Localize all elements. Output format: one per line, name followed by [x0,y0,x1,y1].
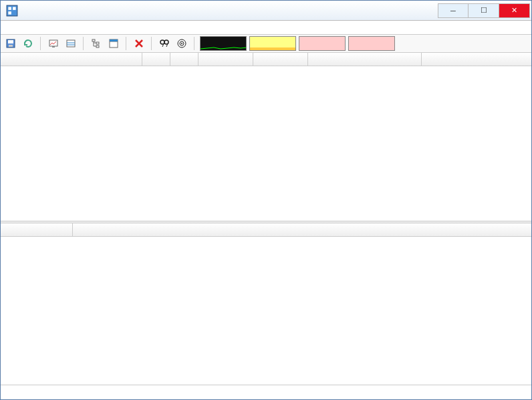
handle-list[interactable] [1,237,531,385]
maximize-button[interactable]: ☐ [469,3,499,18]
menubar [1,21,531,34]
target-icon[interactable] [174,36,189,51]
menu-view[interactable] [29,26,39,29]
svg-rect-7 [49,40,57,46]
close-button[interactable]: ✕ [499,3,530,18]
col-cpu[interactable] [170,53,198,66]
col-pid[interactable] [142,53,170,66]
svg-rect-17 [110,39,118,41]
col-name[interactable] [73,223,518,236]
statusbar [1,385,531,399]
menu-file[interactable] [5,26,15,29]
svg-rect-3 [8,11,11,15]
menu-find[interactable] [53,26,63,29]
cpu-chart[interactable] [200,36,247,51]
col-process[interactable] [1,53,142,66]
minimize-button[interactable]: ─ [438,3,469,18]
svg-point-22 [181,43,182,44]
svg-rect-9 [67,40,75,47]
toolbar [1,34,531,53]
kill-icon[interactable] [132,36,146,51]
col-type[interactable] [1,223,73,236]
menu-options[interactable] [17,26,27,29]
titlebar: ─ ☐ ✕ [1,1,531,21]
svg-rect-5 [8,40,13,43]
svg-rect-12 [92,39,95,41]
menu-users[interactable] [77,26,88,29]
system-info-icon[interactable] [46,36,61,51]
svg-rect-1 [8,7,11,10]
refresh-icon[interactable] [21,36,35,51]
col-priv[interactable] [198,53,253,66]
menu-handle[interactable] [65,26,76,29]
tree-icon[interactable] [89,36,104,51]
bottom-header [1,223,531,237]
menu-process[interactable] [41,26,51,29]
handles-icon[interactable] [63,36,78,51]
col-comp[interactable] [422,53,518,66]
top-header [1,53,531,66]
col-desc[interactable] [308,53,422,66]
io-chart[interactable] [299,36,346,51]
properties-icon[interactable] [106,36,121,51]
app-icon [6,5,18,17]
commit-chart[interactable] [249,36,296,51]
find-icon[interactable] [157,36,172,51]
col-ws[interactable] [253,53,308,66]
menu-help[interactable] [89,26,100,29]
svg-rect-13 [96,42,99,44]
svg-rect-14 [96,45,99,47]
process-list[interactable] [1,66,531,221]
svg-rect-2 [13,7,16,10]
svg-rect-6 [9,45,13,47]
phys-chart[interactable] [348,36,395,51]
svg-rect-23 [250,47,296,51]
save-icon[interactable] [3,36,18,51]
svg-rect-8 [52,46,55,47]
